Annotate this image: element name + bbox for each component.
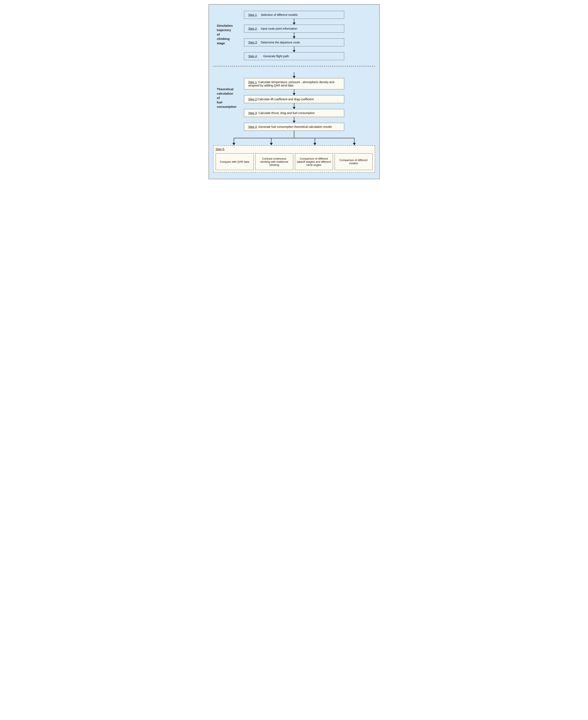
step5-label: Step 5: [216, 147, 225, 151]
svg-marker-9 [353, 143, 356, 145]
step5-box4-text: Comparison of different models [336, 159, 371, 165]
bottom-section-label: Theoreticalcalculationoffuel consumption [217, 87, 238, 109]
bottom-step1-colon: : [257, 80, 258, 84]
svg-marker-3 [232, 143, 235, 145]
arrow-top-to-b1 [294, 72, 294, 78]
top-step2-label: Step 2 [248, 27, 257, 30]
top-step1-label: Step 1 [248, 13, 257, 17]
top-step2-colon: : [257, 27, 261, 30]
connector-svg [213, 131, 375, 145]
step5-box2: Contrast continuous climbing with tradit… [255, 153, 293, 170]
top-step3-box: Step 3: Determine the departure route [244, 38, 344, 46]
bottom-step1-label: Step 1 [248, 80, 257, 84]
arrow-b1-b2 [294, 89, 294, 95]
svg-marker-7 [313, 143, 316, 145]
arrow-2 [294, 33, 294, 38]
top-step2-text: Input route point information [261, 27, 297, 30]
top-step1-box: Step 1: Selection of different models [244, 11, 344, 19]
bottom-step2-label: Step 2 [248, 98, 257, 101]
step5-box3: Comparison of different takeoff weights … [295, 153, 333, 170]
arrow-1 [294, 19, 294, 25]
bottom-step2-text: Calculate lift coefficient and drag coef… [257, 98, 314, 101]
main-container: Simulationtrajectoryofclimbing stage Ste… [209, 4, 380, 179]
bottom-step4-text: Generate fuel consumption theoretical ca… [258, 125, 332, 128]
step5-container: Step 5: Compare with QAR data Contrast c… [213, 145, 375, 173]
arrow-b3-b4 [294, 117, 294, 123]
bottom-step3-colon: : [257, 111, 258, 115]
step5-box3-text: Comparison of different takeoff weights … [297, 157, 331, 166]
svg-marker-5 [270, 143, 273, 145]
bottom-step3-text: Calculate thrust, drag and fuel consumpt… [258, 111, 315, 115]
dashed-divider [213, 66, 375, 66]
top-step4-box: Step 4: Generate flight path [244, 52, 344, 60]
connector-area [213, 131, 375, 145]
top-step3-text: Determine the departure route [261, 41, 300, 44]
step5-box1: Compare with QAR data [216, 153, 254, 170]
bottom-step3-box: Step 3: Calculate thrust, drag and fuel … [244, 109, 344, 117]
top-step4-label: Step 4 [248, 55, 257, 58]
step5-box2-text: Contrast continuous climbing with tradit… [257, 157, 291, 166]
bottom-step4-colon: : [257, 125, 258, 128]
bottom-step4-label: Step 4 [248, 125, 257, 128]
top-step3-colon: : [257, 41, 261, 44]
bottom-step4-box: Step 4: Generate fuel consumption theore… [244, 123, 344, 131]
bottom-section: Theoreticalcalculationoffuel consumption… [213, 70, 375, 173]
top-step4-colon: : [257, 55, 263, 58]
top-step2-box: Step 2: Input route point information [244, 25, 344, 33]
bottom-step3-label: Step 3 [248, 111, 257, 115]
bottom-step1-text: Calculate temperature, pressure , atmosp… [248, 80, 334, 87]
bottom-step1-box: Step 1: Calculate temperature, pressure … [244, 78, 344, 89]
top-step3-label: Step 3 [248, 41, 257, 44]
step5-box1-text: Compare with QAR data [220, 160, 249, 163]
arrow-3 [294, 46, 294, 52]
top-step4-text: Generate flight path [263, 55, 289, 58]
top-section: Simulationtrajectoryofclimbing stage Ste… [213, 11, 375, 62]
step5-box4: Comparison of different models [335, 153, 373, 170]
step5-boxes: Compare with QAR data Contrast continuou… [216, 153, 373, 170]
arrow-b2-b3 [294, 103, 294, 109]
bottom-step2-box: Step 2:Calculate lift coefficient and dr… [244, 95, 344, 103]
top-step1-colon: : [257, 13, 261, 17]
top-step1-text: Selection of different models [261, 13, 297, 17]
top-section-label: Simulationtrajectoryofclimbing stage [217, 23, 238, 45]
